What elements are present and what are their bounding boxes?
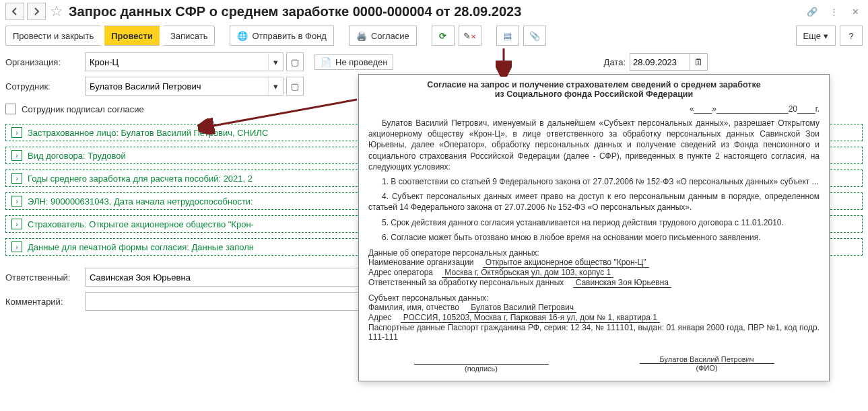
responsible-label: Ответственный:: [5, 272, 85, 283]
expand-icon: ›: [11, 127, 22, 138]
employee-label: Сотрудник:: [5, 81, 85, 91]
nav-back-button[interactable]: [5, 3, 24, 20]
refresh-icon: ⟳: [439, 31, 446, 41]
refresh-button[interactable]: ⟳: [432, 26, 455, 46]
status-box: 📄 Не проведен: [314, 54, 393, 70]
date-label: Дата:: [604, 57, 626, 67]
org-input-wrap: ▾: [85, 52, 283, 71]
globe-icon: 🌐: [237, 31, 248, 41]
doc-subj-addr-v: РОССИЯ, 105203, Москва г, Парковая 16-я …: [401, 313, 660, 323]
favorite-star[interactable]: ☆: [48, 3, 65, 20]
help-button[interactable]: ?: [840, 26, 863, 46]
expand-icon: ›: [11, 219, 22, 229]
doc-p1: Булатов Василий Петрович, именуемый в да…: [368, 118, 820, 172]
doc-op-name-l: Наименование организации: [368, 258, 473, 267]
doc-status-icon: 📄: [321, 57, 331, 67]
doc-subj-addr-l: Адрес: [368, 313, 391, 322]
chevron-down-icon: ▾: [824, 31, 828, 41]
post-and-close-button[interactable]: Провести и закрыть: [5, 26, 100, 46]
doc-sign-fio: (ФИО): [640, 364, 774, 372]
date-input[interactable]: [630, 53, 690, 71]
doc-subject-header: Субъект персональных данных:: [368, 293, 820, 303]
printer-icon: 🖨️: [356, 31, 367, 41]
doc-p5: 6. Согласие может быть отозвано мною в л…: [368, 232, 820, 243]
calendar-button[interactable]: 🗓: [690, 53, 708, 71]
send-to-fund-button[interactable]: 🌐 Отправить в Фонд: [230, 26, 333, 46]
nav-forward-button[interactable]: [27, 3, 46, 20]
doc-sign-name: Булатов Василий Петрович: [640, 355, 774, 364]
consent-button[interactable]: 🖨️ Согласие: [349, 26, 417, 46]
comment-label: Комментарий:: [5, 297, 85, 307]
arrow-right-icon: [31, 6, 42, 17]
doc-op-addr-v: Москва г, Октябрьская ул, дом 103, корпу…: [442, 268, 613, 278]
window-title: Запрос данных СФР о среднем заработке 00…: [69, 4, 805, 20]
doc-sign-podpis: (подпись): [414, 365, 549, 373]
expand-icon: ›: [11, 150, 22, 161]
write-button[interactable]: Записать: [164, 26, 215, 46]
doc-title-2: из Социального фонда Российской Федераци…: [368, 89, 820, 99]
pencil-x-icon: ✎✕: [463, 31, 476, 41]
doc-op-resp-v: Савинская Зоя Юрьевна: [573, 278, 671, 288]
doc-operator-header: Данные об операторе персональных данных:: [368, 248, 820, 258]
consent-signed-label: Сотрудник подписал согласие: [22, 104, 144, 114]
status-text: Не проведен: [335, 57, 387, 67]
more-button[interactable]: Еще ▾: [796, 26, 836, 46]
consent-signed-checkbox[interactable]: [5, 104, 16, 114]
org-label: Организация:: [5, 57, 85, 67]
doc-subj-fio-v: Булатов Василий Петрович: [468, 303, 576, 313]
doc-p3: 4. Субъект персональных данных имеет пра…: [368, 191, 820, 213]
org-input[interactable]: [86, 53, 268, 71]
employee-dropdown[interactable]: ▾: [268, 77, 283, 95]
doc-op-name-v: Открытое акционерное общество "Крон-Ц": [483, 258, 649, 268]
employee-input-wrap: ▾: [85, 77, 283, 96]
document-button[interactable]: ▤: [496, 26, 519, 46]
attach-button[interactable]: 📎: [523, 26, 546, 46]
employee-input[interactable]: [86, 77, 268, 95]
consent-document-preview: Согласие на запрос и получение страховат…: [358, 74, 830, 381]
doc-p2: 1. В соответствии со статьей 9 Федеральн…: [368, 176, 820, 187]
doc-subj-fio-l: Фамилия, имя, отчество: [368, 303, 459, 312]
org-dropdown[interactable]: ▾: [268, 53, 283, 71]
link-icon[interactable]: 🔗: [805, 4, 820, 19]
doc-dateline: «____»________________20____г.: [368, 104, 820, 114]
doc-op-addr-l: Адрес оператора: [368, 268, 433, 277]
employee-open[interactable]: ▢: [286, 77, 304, 96]
kebab-menu-icon[interactable]: ⋮: [826, 4, 841, 19]
doc-title-1: Согласие на запрос и получение страховат…: [368, 80, 820, 89]
arrow-left-icon: [9, 6, 20, 17]
close-icon[interactable]: ✕: [848, 4, 863, 19]
expand-icon: ›: [11, 173, 22, 184]
doc-p4: 5. Срок действия данного согласия устана…: [368, 217, 820, 228]
expand-icon: ›: [11, 196, 22, 207]
expand-icon: ›: [11, 241, 22, 252]
document-icon: ▤: [504, 31, 512, 41]
doc-op-resp-l: Ответственный за обработку персональных …: [368, 278, 564, 287]
org-open[interactable]: ▢: [286, 52, 304, 71]
paperclip-icon: 📎: [529, 31, 540, 41]
calendar-icon: 🗓: [694, 57, 703, 67]
clear-button[interactable]: ✎✕: [459, 26, 481, 46]
doc-subj-passport: Паспортные данные Паспорт гражданина РФ,…: [368, 323, 820, 342]
post-button[interactable]: Провести: [104, 26, 160, 46]
